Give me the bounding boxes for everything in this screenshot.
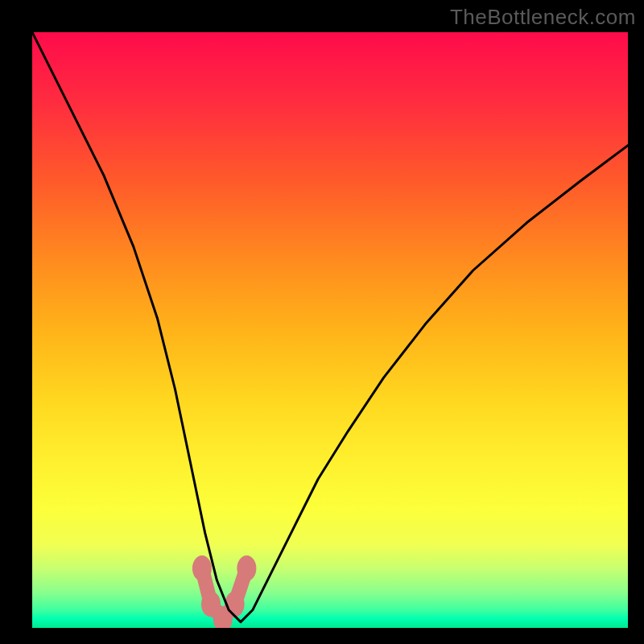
highlight-marker: [237, 555, 256, 581]
chart-svg: [32, 32, 628, 628]
chart-frame: TheBottleneck.com: [0, 0, 644, 644]
watermark-text: TheBottleneck.com: [450, 5, 636, 30]
highlight-marker: [192, 555, 212, 581]
bottleneck-curve: [32, 32, 628, 622]
plot-area: [32, 32, 628, 628]
highlight-marker: [225, 591, 245, 617]
